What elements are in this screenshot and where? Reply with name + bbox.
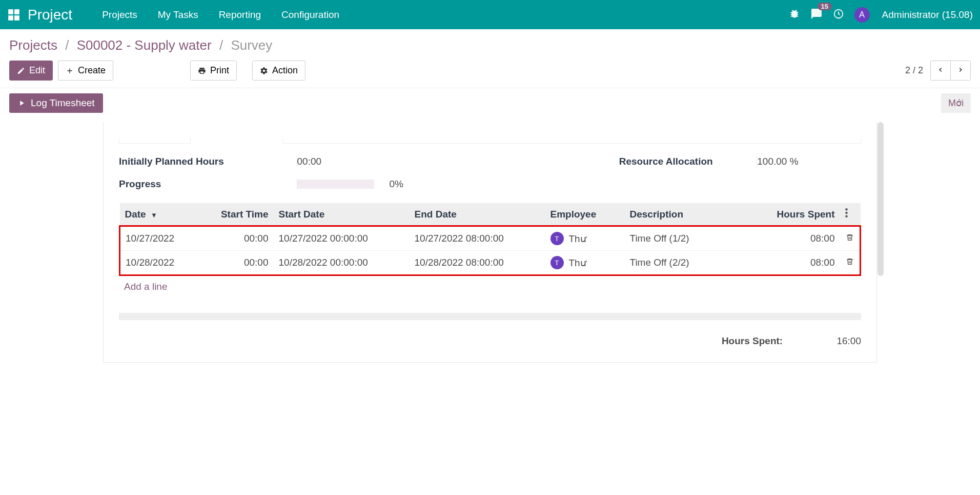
col-employee[interactable]: Employee	[545, 203, 625, 226]
clock-icon[interactable]	[833, 8, 844, 22]
employee-name: Thư	[569, 257, 586, 269]
svg-point-6	[845, 212, 848, 214]
svg-point-5	[845, 208, 848, 211]
svg-rect-2	[8, 15, 13, 21]
cell-date: 10/28/2022	[120, 251, 207, 275]
progress-label: Progress	[119, 179, 161, 190]
nav-projects[interactable]: Projects	[92, 5, 148, 25]
edit-label: Edit	[29, 65, 45, 76]
progress-bar	[297, 180, 374, 189]
print-label: Print	[210, 65, 229, 76]
cell-employee: T Thư	[545, 226, 625, 251]
progress-value: 0%	[390, 179, 403, 190]
cell-date: 10/27/2022	[120, 226, 207, 251]
status-new-tag[interactable]: Mới	[941, 93, 971, 113]
create-label: Create	[78, 65, 106, 76]
pager-next-button[interactable]	[951, 61, 970, 80]
delete-row-icon[interactable]	[846, 257, 854, 268]
resource-alloc-label: Resource Allocation	[619, 156, 713, 167]
cell-end-date: 10/27/2022 08:00:00	[410, 226, 545, 251]
breadcrumb-current: Survey	[231, 37, 272, 53]
messages-icon[interactable]: 15	[810, 8, 823, 22]
cell-start-time: 00:00	[207, 251, 274, 275]
messages-badge: 15	[818, 3, 832, 10]
planned-hours-value: 00:00	[297, 156, 322, 167]
svg-point-7	[845, 215, 848, 218]
create-button[interactable]: Create	[58, 61, 113, 81]
breadcrumb-project-id[interactable]: S00002 - Supply water	[77, 37, 212, 53]
totals-value: 16:00	[836, 335, 861, 346]
cell-start-date: 10/28/2022 00:00:00	[274, 251, 410, 275]
col-start-date[interactable]: Start Date	[274, 203, 410, 226]
app-brand[interactable]: Project	[28, 7, 72, 23]
cell-description: Time Off (1/2)	[625, 226, 714, 251]
user-name[interactable]: Administrator (15.08)	[882, 9, 973, 21]
cell-description: Time Off (2/2)	[625, 251, 714, 275]
user-avatar[interactable]: A	[854, 7, 870, 23]
svg-rect-3	[14, 15, 19, 21]
add-line-link[interactable]: Add a line	[119, 276, 861, 298]
apps-icon[interactable]	[7, 8, 21, 22]
col-date[interactable]: Date ▼	[120, 203, 207, 226]
col-end-date[interactable]: End Date	[410, 203, 545, 226]
bug-icon[interactable]	[789, 8, 800, 22]
cell-start-date: 10/27/2022 00:00:00	[274, 226, 410, 251]
svg-rect-1	[14, 9, 19, 14]
log-timesheet-label: Log Timesheet	[31, 97, 95, 109]
svg-rect-0	[8, 9, 13, 14]
planned-hours-label: Initially Planned Hours	[119, 156, 224, 167]
action-label: Action	[272, 65, 298, 76]
action-button[interactable]: Action	[252, 61, 305, 81]
employee-avatar: T	[550, 232, 564, 245]
nav-my-tasks[interactable]: My Tasks	[148, 5, 209, 25]
employee-name: Thư	[569, 233, 586, 245]
cell-start-time: 00:00	[207, 226, 274, 251]
nav-reporting[interactable]: Reporting	[209, 5, 271, 25]
cell-hours: 08:00	[714, 226, 840, 251]
print-button[interactable]: Print	[190, 61, 237, 81]
totals-label: Hours Spent:	[722, 335, 783, 346]
pager-text[interactable]: 2 / 2	[905, 65, 923, 76]
table-row[interactable]: 10/28/2022 00:00 10/28/2022 00:00:00 10/…	[120, 251, 861, 275]
resource-alloc-value: 100.00 %	[757, 156, 798, 167]
sort-desc-icon: ▼	[151, 211, 157, 219]
breadcrumb: Projects / S00002 - Supply water / Surve…	[9, 37, 971, 53]
table-row[interactable]: 10/27/2022 00:00 10/27/2022 00:00:00 10/…	[120, 226, 861, 251]
delete-row-icon[interactable]	[846, 233, 854, 244]
cell-end-date: 10/28/2022 08:00:00	[410, 251, 545, 275]
edit-button[interactable]: Edit	[9, 61, 53, 81]
col-start-time[interactable]: Start Time	[207, 203, 274, 226]
log-timesheet-button[interactable]: Log Timesheet	[9, 93, 103, 113]
pager-prev-button[interactable]	[931, 61, 951, 80]
cell-employee: T Thư	[545, 251, 625, 275]
col-hours-spent[interactable]: Hours Spent	[714, 203, 840, 226]
col-options[interactable]	[840, 203, 861, 226]
employee-avatar: T	[550, 256, 564, 269]
cell-hours: 08:00	[714, 251, 840, 275]
col-description[interactable]: Description	[625, 203, 714, 226]
breadcrumb-projects[interactable]: Projects	[9, 37, 57, 53]
table-hscroll[interactable]	[119, 313, 861, 320]
nav-configuration[interactable]: Configuration	[271, 5, 350, 25]
